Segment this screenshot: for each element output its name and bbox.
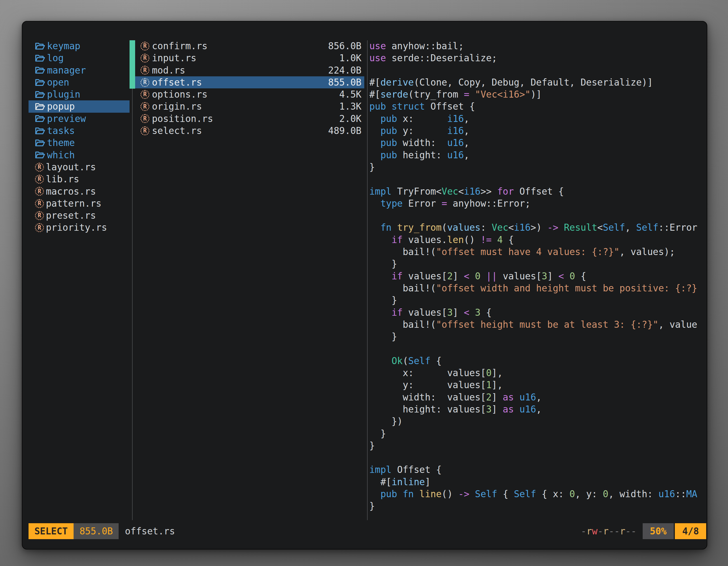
file-row-confirm-rs[interactable]: Rconfirm.rs856.0B xyxy=(135,40,364,52)
code-line: Ok(Self { xyxy=(369,355,707,367)
file-row-offset-rs[interactable]: Roffset.rs855.0B xyxy=(135,76,364,88)
file-size: 2.0K xyxy=(339,113,361,125)
current-directory-pane: Rconfirm.rs856.0BRinput.rs1.0KRmod.rs224… xyxy=(135,40,364,137)
code-line: height: values[3] as u16, xyxy=(369,403,707,415)
file-permissions: -rw-r--r-- xyxy=(581,525,637,537)
code-line: y: values[1], xyxy=(369,379,707,391)
file-row-select-rs[interactable]: Rselect.rs489.0B xyxy=(135,125,364,137)
sidebar-item-open[interactable]: open xyxy=(29,76,130,88)
code-line: bail!("offset must have 4 values: {:?}",… xyxy=(369,246,707,258)
pane-divider-left xyxy=(132,40,133,520)
rust-file-icon: R xyxy=(35,187,44,196)
sidebar-item-label: theme xyxy=(47,137,75,149)
code-line: pub width: u16, xyxy=(369,137,707,149)
file-size-badge: 855.0B xyxy=(74,523,119,539)
rust-file-icon: R xyxy=(140,42,149,51)
code-line: } xyxy=(369,500,707,512)
sidebar-item-pattern-rs[interactable]: Rpattern.rs xyxy=(29,198,130,210)
code-line: #[derive(Clone, Copy, Debug, Default, De… xyxy=(369,76,707,88)
folder-open-icon xyxy=(35,127,45,135)
code-line: } xyxy=(369,427,707,440)
scroll-percent-badge: 50% xyxy=(643,523,674,539)
code-line: bail!("offset width and height must be p… xyxy=(369,282,707,294)
sidebar-item-which[interactable]: which xyxy=(29,149,130,161)
file-size: 856.0B xyxy=(328,40,361,52)
file-name: confirm.rs xyxy=(152,40,208,52)
folder-open-icon xyxy=(35,114,45,123)
sidebar-item-lib-rs[interactable]: Rlib.rs xyxy=(29,173,130,185)
code-line: } xyxy=(369,440,707,452)
file-name: mod.rs xyxy=(152,64,185,76)
code-line: #[inline] xyxy=(369,476,707,488)
code-line: if values[2] < 0 || values[3] < 0 { xyxy=(369,270,707,282)
sidebar-item-label: macros.rs xyxy=(46,186,96,198)
rust-file-icon: R xyxy=(35,223,44,232)
code-line: impl Offset { xyxy=(369,464,707,476)
code-line xyxy=(369,173,707,185)
code-line: if values.len() != 4 { xyxy=(369,234,707,246)
sidebar-item-log[interactable]: log xyxy=(29,52,130,64)
file-row-origin-rs[interactable]: Rorigin.rs1.3K xyxy=(135,100,364,112)
rust-file-icon: R xyxy=(140,78,149,87)
file-name: offset.rs xyxy=(152,76,202,88)
file-name: input.rs xyxy=(152,52,196,64)
sidebar-item-layout-rs[interactable]: Rlayout.rs xyxy=(29,161,130,173)
mode-badge: SELECT xyxy=(29,523,74,539)
file-size: 489.0B xyxy=(328,125,361,137)
sidebar-item-label: which xyxy=(47,149,75,161)
sidebar-item-label: manager xyxy=(47,64,86,76)
code-line: } xyxy=(369,161,707,173)
status-filename: offset.rs xyxy=(125,525,175,537)
marked-files-indicator-bar xyxy=(130,40,135,89)
folder-open-icon xyxy=(35,151,45,159)
sidebar-item-macros-rs[interactable]: Rmacros.rs xyxy=(29,186,130,198)
sidebar-item-label: preview xyxy=(47,113,86,125)
file-row-input-rs[interactable]: Rinput.rs1.0K xyxy=(135,52,364,64)
code-line: bail!("offset height must be at least 3:… xyxy=(369,318,707,330)
yazi-terminal-window: keymaplogmanageropenpluginpopuppreviewta… xyxy=(22,21,707,549)
sidebar-item-keymap[interactable]: keymap xyxy=(29,40,130,52)
code-line: pub fn line() -> Self { Self { x: 0, y: … xyxy=(369,488,707,500)
code-line: use serde::Deserialize; xyxy=(369,52,707,64)
sidebar-item-priority-rs[interactable]: Rpriority.rs xyxy=(29,222,130,234)
sidebar-item-tasks[interactable]: tasks xyxy=(29,125,130,137)
rust-file-icon: R xyxy=(140,90,149,99)
folder-open-icon xyxy=(35,54,45,62)
sidebar-item-plugin[interactable]: plugin xyxy=(29,88,130,100)
parent-directory-pane: keymaplogmanageropenpluginpopuppreviewta… xyxy=(29,40,130,234)
sidebar-item-manager[interactable]: manager xyxy=(29,64,130,76)
folder-open-icon xyxy=(35,139,45,147)
code-line: }) xyxy=(369,415,707,427)
sidebar-item-preset-rs[interactable]: Rpreset.rs xyxy=(29,210,130,222)
file-name: options.rs xyxy=(152,88,208,100)
file-name: select.rs xyxy=(152,125,202,137)
file-row-options-rs[interactable]: Roptions.rs4.5K xyxy=(135,88,364,100)
file-size: 1.0K xyxy=(339,52,361,64)
sidebar-item-label: popup xyxy=(47,100,75,112)
rust-file-icon: R xyxy=(140,66,149,75)
sidebar-item-theme[interactable]: theme xyxy=(29,137,130,149)
folder-open-icon xyxy=(35,78,45,87)
rust-file-icon: R xyxy=(35,175,44,184)
file-row-mod-rs[interactable]: Rmod.rs224.0B xyxy=(135,64,364,76)
sidebar-item-popup[interactable]: popup xyxy=(29,100,130,112)
folder-open-icon xyxy=(35,102,45,111)
folder-open-icon xyxy=(35,66,45,74)
code-line: impl TryFrom<Vec<i16>> for Offset { xyxy=(369,186,707,198)
code-line xyxy=(369,342,707,354)
sidebar-item-label: lib.rs xyxy=(46,173,79,185)
code-line xyxy=(369,452,707,464)
code-line: type Error = anyhow::Error; xyxy=(369,198,707,210)
file-size: 224.0B xyxy=(328,64,361,76)
file-size: 4.5K xyxy=(339,88,361,100)
sidebar-item-label: plugin xyxy=(47,88,80,100)
file-size: 855.0B xyxy=(328,76,361,88)
rust-file-icon: R xyxy=(140,126,149,135)
sidebar-item-preview[interactable]: preview xyxy=(29,113,130,125)
file-row-position-rs[interactable]: Rposition.rs2.0K xyxy=(135,113,364,125)
code-line: fn try_from(values: Vec<i16>) -> Result<… xyxy=(369,222,707,234)
rust-file-icon: R xyxy=(35,211,44,220)
folder-open-icon xyxy=(35,90,45,99)
sidebar-item-label: keymap xyxy=(47,40,80,52)
rust-file-icon: R xyxy=(140,114,149,123)
